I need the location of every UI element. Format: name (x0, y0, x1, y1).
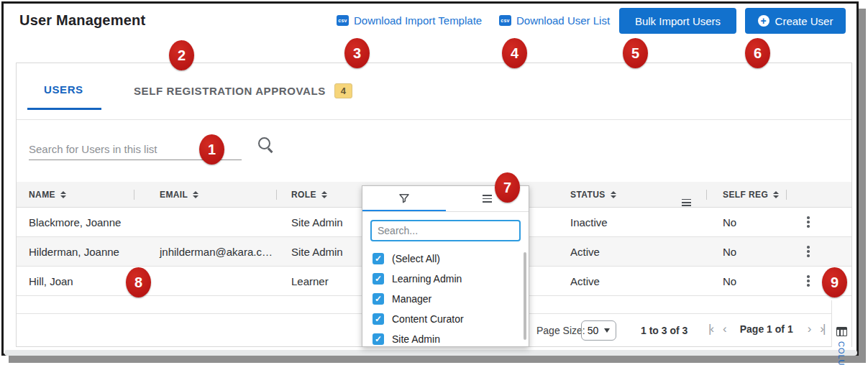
columns-icon (836, 327, 847, 336)
page-navigation: |‹ ‹ Page 1 of 1 › ›| (708, 323, 824, 335)
cell-self-reg: No (706, 216, 786, 228)
search-section (17, 120, 851, 182)
sort-icon (60, 191, 66, 198)
cell-self-reg: No (706, 275, 786, 287)
header-separator (276, 190, 277, 200)
column-header-name[interactable]: NAME (17, 190, 148, 200)
filter-tab[interactable] (362, 186, 446, 211)
cell-role: Learner (276, 275, 362, 287)
columns-tool-panel[interactable]: COLUMNS (831, 300, 851, 347)
sort-icon (321, 191, 327, 198)
annotation-badge-8: 8 (126, 267, 151, 297)
column-header-email-label: EMAIL (160, 190, 188, 200)
horizontal-scrollbar-track[interactable] (4, 350, 857, 356)
screenshot-frame: User Management csv Download Import Temp… (0, 0, 868, 365)
cell-name: Blackmore, Joanne (17, 216, 148, 228)
tab-self-registration-approvals[interactable]: SELF REGISTRATION APPROVALS 4 (134, 83, 352, 98)
header-separator (786, 190, 787, 200)
filter-option-learning-admin[interactable]: ✓ Learning Admin (373, 270, 529, 287)
filter-option-label: Content Curator (392, 313, 464, 325)
checkbox-checked-icon[interactable]: ✓ (373, 273, 384, 285)
column-header-status[interactable]: STATUS (530, 190, 706, 200)
cell-role: Site Admin (276, 246, 362, 258)
column-menu-icon[interactable] (682, 199, 691, 206)
annotation-badge-2: 2 (169, 40, 194, 70)
column-header-self-reg[interactable]: SELF REG (706, 190, 786, 200)
column-header-email[interactable]: EMAIL (148, 190, 276, 200)
row-actions-kebab-icon[interactable] (804, 243, 813, 260)
column-header-role-label: ROLE (291, 190, 316, 200)
filter-options-list: ✓ (Select All) ✓ Learning Admin ✓ Manage… (362, 250, 529, 347)
annotation-badge-4: 4 (502, 38, 527, 68)
columns-panel-label: COLUMNS (837, 341, 846, 365)
cell-self-reg: No (706, 246, 786, 258)
annotation-badge-6: 6 (745, 38, 770, 68)
annotation-badge-5: 5 (623, 38, 648, 68)
bulk-import-users-button[interactable]: Bulk Import Users (619, 8, 736, 34)
role-filter-popup: ✓ (Select All) ✓ Learning Admin ✓ Manage… (362, 185, 529, 347)
annotation-badge-9: 9 (822, 267, 847, 297)
approvals-count-badge: 4 (334, 83, 352, 98)
filter-option-label: Site Admin (392, 333, 440, 345)
filter-funnel-icon (398, 192, 411, 205)
page-size-label: Page Size: (536, 325, 585, 336)
csv-icon: csv (499, 15, 511, 26)
tab-bar: USERS SELF REGISTRATION APPROVALS 4 (17, 63, 851, 120)
page-title: User Management (19, 12, 145, 29)
column-header-status-label: STATUS (570, 190, 606, 200)
annotation-badge-7: 7 (495, 172, 520, 203)
filter-option-manager[interactable]: ✓ Manager (373, 290, 529, 307)
filter-option-label: (Select All) (392, 253, 440, 264)
page-size-value: 50 (588, 325, 599, 336)
cell-status: Active (530, 275, 706, 287)
download-user-list-label: Download User List (516, 14, 610, 27)
tab-users[interactable]: USERS (44, 83, 83, 96)
tab-self-registration-label: SELF REGISTRATION APPROVALS (134, 85, 326, 97)
row-actions-kebab-icon[interactable] (804, 213, 813, 231)
download-import-template-link[interactable]: csv Download Import Template (337, 14, 482, 27)
filter-option-site-admin[interactable]: ✓ Site Admin (373, 331, 529, 347)
sort-icon (773, 191, 779, 198)
last-page-icon[interactable]: ›| (820, 323, 824, 335)
cell-email: jnhilderman@akara.co... (148, 246, 276, 258)
page-size-select[interactable]: 50 (581, 320, 616, 341)
header-separator (134, 190, 134, 200)
checkbox-checked-icon[interactable]: ✓ (373, 293, 384, 305)
create-user-button[interactable]: + Create User (745, 8, 846, 34)
column-header-role[interactable]: ROLE (276, 190, 362, 200)
sort-icon (193, 191, 198, 198)
checkbox-checked-icon[interactable]: ✓ (373, 333, 384, 345)
filter-option-label: Learning Admin (392, 273, 462, 285)
cell-role: Site Admin (276, 216, 362, 228)
chevron-down-icon (604, 328, 610, 333)
filter-option-content-curator[interactable]: ✓ Content Curator (373, 310, 529, 327)
annotation-badge-1: 1 (199, 134, 224, 165)
row-actions-kebab-icon[interactable] (804, 272, 813, 290)
header-separator (706, 190, 707, 200)
checkbox-checked-icon[interactable]: ✓ (373, 313, 384, 325)
filter-search-input[interactable] (370, 220, 521, 241)
previous-page-icon[interactable]: ‹ (723, 323, 726, 335)
cell-status: Active (530, 246, 706, 258)
next-page-icon[interactable]: › (808, 323, 810, 335)
filter-option-label: Manager (392, 293, 431, 305)
annotation-badge-3: 3 (344, 38, 370, 68)
plus-circle-icon: + (758, 15, 769, 27)
checkbox-checked-icon[interactable]: ✓ (373, 253, 384, 264)
csv-icon: csv (337, 15, 349, 26)
download-import-template-label: Download Import Template (354, 14, 482, 27)
create-user-label: Create User (775, 15, 833, 27)
bulk-import-users-label: Bulk Import Users (635, 15, 721, 27)
active-tab-underline (27, 108, 101, 110)
tab-users-label: USERS (44, 83, 83, 96)
filter-option-select-all[interactable]: ✓ (Select All) (373, 250, 529, 267)
search-icon[interactable] (257, 136, 275, 154)
column-header-self-reg-label: SELF REG (723, 190, 768, 200)
popup-scrollbar[interactable] (524, 252, 526, 340)
cell-status: Inactive (530, 216, 706, 228)
first-page-icon[interactable]: |‹ (708, 323, 713, 335)
row-range-text: 1 to 3 of 3 (641, 325, 687, 336)
page-indicator: Page 1 of 1 (736, 323, 798, 335)
download-user-list-link[interactable]: csv Download User List (499, 14, 610, 27)
sort-icon (611, 191, 616, 198)
